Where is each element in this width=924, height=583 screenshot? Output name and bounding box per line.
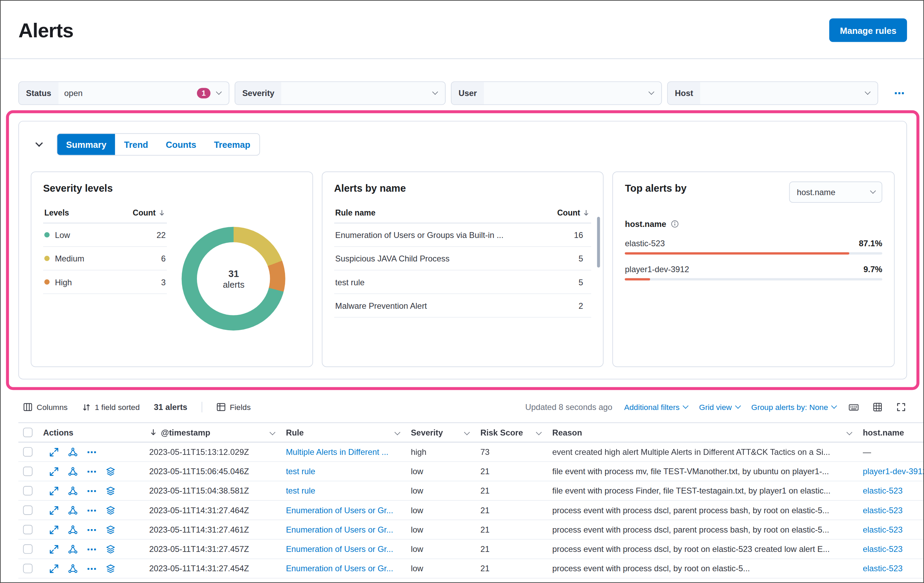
analyzer-graph-icon[interactable] bbox=[68, 486, 78, 496]
display-options-icon[interactable] bbox=[872, 401, 884, 413]
filter-user[interactable]: User bbox=[451, 82, 662, 105]
rule-link[interactable]: test rule bbox=[286, 486, 315, 495]
row-checkbox[interactable] bbox=[23, 486, 33, 495]
expand-alert-icon[interactable] bbox=[49, 486, 59, 496]
analyzer-graph-icon[interactable] bbox=[68, 466, 78, 476]
column-menu-chevron-icon[interactable] bbox=[536, 429, 542, 435]
filter-host[interactable]: Host bbox=[667, 82, 878, 105]
expand-alert-icon[interactable] bbox=[49, 447, 59, 457]
rule-link[interactable]: Multiple Alerts in Different ... bbox=[286, 447, 388, 456]
top-alerts-field-select[interactable]: host.name bbox=[789, 182, 882, 203]
more-filters-icon[interactable] bbox=[892, 86, 907, 101]
session-view-icon[interactable] bbox=[106, 505, 116, 515]
alerts-by-name-row: test rule 5 bbox=[334, 270, 592, 294]
session-view-icon[interactable] bbox=[106, 563, 116, 573]
session-view-icon[interactable] bbox=[106, 525, 116, 535]
count-column-header[interactable]: Count bbox=[133, 209, 165, 217]
column-header-severity[interactable]: Severity bbox=[406, 428, 475, 437]
row-checkbox[interactable] bbox=[23, 544, 33, 553]
reason-cell: event created high alert Multiple Alerts… bbox=[548, 447, 858, 456]
host-link[interactable]: player1-dev-3912 bbox=[863, 467, 924, 476]
rule-link[interactable]: Enumeration of Users or Gr... bbox=[286, 544, 393, 553]
analyzer-graph-icon[interactable] bbox=[68, 525, 78, 535]
expand-alert-icon[interactable] bbox=[49, 544, 59, 554]
more-actions-icon[interactable] bbox=[87, 505, 97, 515]
additional-filters-button[interactable]: Additional filters bbox=[624, 403, 687, 412]
more-actions-icon[interactable] bbox=[87, 544, 97, 554]
row-checkbox[interactable] bbox=[23, 447, 33, 456]
keyboard-shortcuts-icon[interactable] bbox=[848, 401, 860, 413]
session-view-icon[interactable] bbox=[106, 486, 116, 496]
row-checkbox[interactable] bbox=[23, 525, 33, 534]
host-link[interactable]: elastic-523 bbox=[863, 486, 903, 495]
sort-descending-icon bbox=[149, 428, 158, 436]
column-menu-chevron-icon[interactable] bbox=[394, 429, 401, 435]
analyzer-graph-icon[interactable] bbox=[68, 447, 78, 457]
info-icon[interactable] bbox=[671, 220, 679, 228]
sorted-fields-button[interactable]: 1 field sorted bbox=[82, 403, 140, 412]
expand-alert-icon[interactable] bbox=[49, 466, 59, 476]
more-actions-icon[interactable] bbox=[87, 466, 97, 476]
column-header-timestamp[interactable]: @timestamp bbox=[142, 428, 281, 437]
filter-host-label: Host bbox=[668, 82, 700, 104]
filter-status[interactable]: Status open 1 bbox=[18, 82, 229, 105]
more-actions-icon[interactable] bbox=[87, 525, 97, 535]
scrollbar-thumb[interactable] bbox=[597, 217, 600, 268]
analyzer-graph-icon[interactable] bbox=[68, 544, 78, 554]
host-link[interactable]: elastic-523 bbox=[863, 505, 903, 515]
tab-trend[interactable]: Trend bbox=[115, 133, 157, 155]
rule-link[interactable]: test rule bbox=[286, 467, 315, 476]
rule-count-cell: 16 bbox=[574, 230, 590, 239]
column-menu-chevron-icon[interactable] bbox=[846, 429, 853, 435]
row-checkbox[interactable] bbox=[23, 505, 33, 515]
host-link[interactable]: elastic-523 bbox=[863, 544, 903, 553]
more-actions-icon[interactable] bbox=[87, 486, 97, 496]
table-row: 2023-05-11T15:06:45.046Z test rule low 2… bbox=[18, 462, 924, 481]
analyzer-graph-icon[interactable] bbox=[68, 505, 78, 515]
column-header-rule[interactable]: Rule bbox=[281, 428, 406, 437]
column-header-risk-score[interactable]: Risk Score bbox=[476, 428, 548, 437]
host-link[interactable]: elastic-523 bbox=[863, 525, 903, 534]
host-link[interactable]: — bbox=[863, 447, 871, 456]
more-actions-icon[interactable] bbox=[87, 447, 97, 457]
row-checkbox[interactable] bbox=[23, 564, 33, 573]
sort-descending-icon bbox=[582, 209, 590, 217]
column-menu-chevron-icon[interactable] bbox=[464, 429, 470, 435]
chevron-down-icon bbox=[735, 403, 741, 408]
column-menu-chevron-icon[interactable] bbox=[269, 429, 276, 435]
fullscreen-icon[interactable] bbox=[895, 401, 907, 413]
expand-alert-icon[interactable] bbox=[49, 563, 59, 573]
rule-link[interactable]: Enumeration of Users or Gr... bbox=[286, 564, 393, 573]
grid-view-button[interactable]: Grid view bbox=[699, 403, 739, 412]
severity-level-row: Low 22 bbox=[43, 224, 167, 247]
row-checkbox[interactable] bbox=[23, 467, 33, 476]
expand-alert-icon[interactable] bbox=[49, 525, 59, 535]
tab-summary[interactable]: Summary bbox=[57, 133, 116, 155]
top-alert-row: elastic-523 87.1% bbox=[625, 239, 883, 255]
rule-link[interactable]: Enumeration of Users or Gr... bbox=[286, 525, 393, 534]
filter-severity[interactable]: Severity bbox=[234, 82, 446, 105]
select-all-checkbox[interactable] bbox=[23, 428, 33, 437]
manage-rules-button[interactable]: Manage rules bbox=[829, 18, 907, 42]
analyzer-graph-icon[interactable] bbox=[68, 563, 78, 573]
session-view-icon[interactable] bbox=[106, 466, 116, 476]
timestamp-cell: 2023-05-11T15:06:45.046Z bbox=[142, 467, 281, 476]
column-header-host-name[interactable]: host.name bbox=[858, 428, 924, 437]
fields-icon bbox=[216, 402, 226, 412]
tab-counts[interactable]: Counts bbox=[157, 133, 205, 155]
columns-button[interactable]: Columns bbox=[23, 402, 68, 412]
expand-alert-icon[interactable] bbox=[49, 505, 59, 515]
column-header-actions: Actions bbox=[43, 428, 74, 437]
host-link[interactable]: elastic-523 bbox=[863, 564, 903, 573]
collapse-charts-chevron-icon[interactable] bbox=[31, 137, 46, 152]
table-row: 2023-05-11T14:31:27.461Z Enumeration of … bbox=[18, 520, 924, 540]
session-view-icon[interactable] bbox=[106, 544, 116, 554]
more-actions-icon[interactable] bbox=[87, 563, 97, 573]
group-alerts-by-button[interactable]: Group alerts by: None bbox=[751, 403, 836, 412]
column-header-reason[interactable]: Reason bbox=[548, 428, 858, 437]
tab-treemap[interactable]: Treemap bbox=[205, 133, 259, 155]
timestamp-cell: 2023-05-11T14:31:27.457Z bbox=[142, 544, 281, 553]
fields-button[interactable]: Fields bbox=[216, 402, 251, 412]
count-column-header[interactable]: Count bbox=[557, 209, 590, 217]
rule-link[interactable]: Enumeration of Users or Gr... bbox=[286, 505, 393, 515]
